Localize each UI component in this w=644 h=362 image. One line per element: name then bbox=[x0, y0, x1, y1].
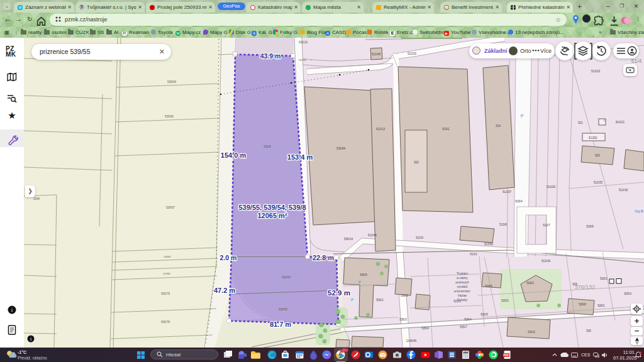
svg-text:820: 820 bbox=[595, 154, 600, 157]
svg-text:výrobků: výrobků bbox=[457, 285, 468, 288]
svg-text:529/1: 529/1 bbox=[600, 277, 608, 280]
svg-text:539/55, 539/54, 539/8: 539/55, 539/54, 539/8 bbox=[238, 204, 306, 211]
svg-text:528/1: 528/1 bbox=[597, 304, 605, 307]
svg-text:513/50: 513/50 bbox=[484, 243, 493, 246]
svg-text:535/4: 535/4 bbox=[421, 327, 429, 330]
svg-text:539/14: 539/14 bbox=[344, 238, 353, 241]
svg-text:539/57: 539/57 bbox=[166, 206, 175, 209]
svg-text:522: 522 bbox=[414, 161, 419, 164]
svg-text:a nátěry: a nátěry bbox=[457, 277, 468, 280]
svg-text:513/8: 513/8 bbox=[499, 223, 507, 226]
svg-text:539/79: 539/79 bbox=[161, 292, 170, 295]
svg-text:City B: City B bbox=[635, 209, 643, 213]
svg-text:Tryskání: Tryskání bbox=[457, 272, 469, 275]
svg-text:81.7 m: 81.7 m bbox=[270, 321, 291, 328]
svg-text:519: 519 bbox=[496, 124, 501, 128]
svg-text:520/2: 520/2 bbox=[501, 299, 509, 302]
svg-text:539/85: 539/85 bbox=[299, 58, 307, 62]
svg-text:539/55: 539/55 bbox=[279, 308, 287, 311]
svg-text:2.0 m: 2.0 m bbox=[220, 254, 237, 261]
svg-text:Václav: Václav bbox=[458, 294, 467, 297]
svg-text:1149/49: 1149/49 bbox=[406, 339, 417, 343]
svg-text:539/78: 539/78 bbox=[161, 321, 170, 324]
svg-text:513/46: 513/46 bbox=[368, 234, 377, 237]
svg-text:513/25: 513/25 bbox=[594, 181, 602, 184]
svg-text:513/13: 513/13 bbox=[376, 128, 385, 131]
svg-text:513/37: 513/37 bbox=[502, 190, 511, 194]
svg-text:539/82: 539/82 bbox=[165, 115, 174, 118]
svg-text:51/4: 51/4 bbox=[631, 58, 642, 64]
svg-text:P: P bbox=[351, 298, 353, 302]
svg-text:536/3: 536/3 bbox=[401, 294, 408, 297]
svg-text:539/81: 539/81 bbox=[164, 256, 171, 258]
svg-text:530: 530 bbox=[586, 329, 591, 332]
svg-text:513/9: 513/9 bbox=[416, 236, 423, 239]
svg-text:154.0 m: 154.0 m bbox=[221, 151, 247, 159]
svg-text:P: P bbox=[521, 114, 524, 118]
svg-text:529/80: 529/80 bbox=[163, 273, 170, 275]
svg-text:513/18: 513/18 bbox=[619, 189, 628, 192]
svg-text:518/6: 518/6 bbox=[586, 225, 594, 228]
svg-text:528/8: 528/8 bbox=[579, 303, 586, 306]
svg-text:153.4 m: 153.4 m bbox=[287, 153, 313, 161]
svg-text:529/2: 529/2 bbox=[526, 282, 534, 285]
svg-text:ocelových: ocelových bbox=[455, 281, 469, 284]
svg-text:47.2 m: 47.2 m bbox=[214, 287, 235, 294]
svg-text:536/2: 536/2 bbox=[399, 318, 407, 321]
svg-text:519/1: 519/1 bbox=[442, 128, 450, 131]
svg-text:536/1: 536/1 bbox=[376, 299, 384, 302]
svg-text:513/45: 513/45 bbox=[372, 53, 380, 56]
svg-text:a konstrukcí: a konstrukcí bbox=[454, 290, 471, 293]
svg-text:539/84: 539/84 bbox=[336, 147, 345, 150]
svg-text:P: P bbox=[358, 280, 361, 284]
svg-text:22.8 m: 22.8 m bbox=[313, 254, 334, 261]
svg-text:513/7: 513/7 bbox=[543, 224, 550, 227]
svg-text:539/26: 539/26 bbox=[299, 41, 308, 44]
svg-text:813/21: 813/21 bbox=[616, 121, 625, 124]
svg-text:513/23: 513/23 bbox=[591, 70, 600, 73]
svg-text:12065 m²: 12065 m² bbox=[257, 212, 287, 219]
svg-text:539/54: 539/54 bbox=[282, 276, 291, 279]
svg-text:376/132: 376/132 bbox=[575, 284, 596, 290]
svg-text:513/26: 513/26 bbox=[547, 185, 555, 189]
svg-text:513/1: 513/1 bbox=[470, 253, 477, 256]
svg-text:539/83: 539/83 bbox=[167, 80, 176, 84]
svg-text:539/8: 539/8 bbox=[264, 145, 271, 148]
svg-text:534/2: 534/2 bbox=[528, 331, 535, 334]
svg-text:513/34: 513/34 bbox=[541, 260, 550, 263]
svg-text:43.9 m: 43.9 m bbox=[260, 52, 281, 60]
svg-text:Dubský: Dubský bbox=[457, 299, 468, 302]
svg-text:PDF: PDF bbox=[504, 354, 509, 357]
svg-text:□: □ bbox=[604, 119, 606, 122]
svg-text:521: 521 bbox=[578, 121, 583, 124]
svg-text:529/3: 529/3 bbox=[624, 292, 631, 295]
svg-text:518/4: 518/4 bbox=[515, 200, 523, 203]
svg-text:526/5: 526/5 bbox=[480, 313, 488, 316]
svg-text:E1302: E1302 bbox=[589, 136, 597, 140]
svg-text:529/5: 529/5 bbox=[485, 285, 492, 288]
svg-text:536/5: 536/5 bbox=[360, 273, 367, 277]
svg-text:526/4: 526/4 bbox=[464, 318, 472, 321]
svg-text:535/7: 535/7 bbox=[460, 326, 467, 329]
svg-text:52.9 m: 52.9 m bbox=[328, 289, 350, 297]
svg-text:2948: 2948 bbox=[33, 197, 40, 200]
svg-text:513/20: 513/20 bbox=[408, 52, 416, 55]
